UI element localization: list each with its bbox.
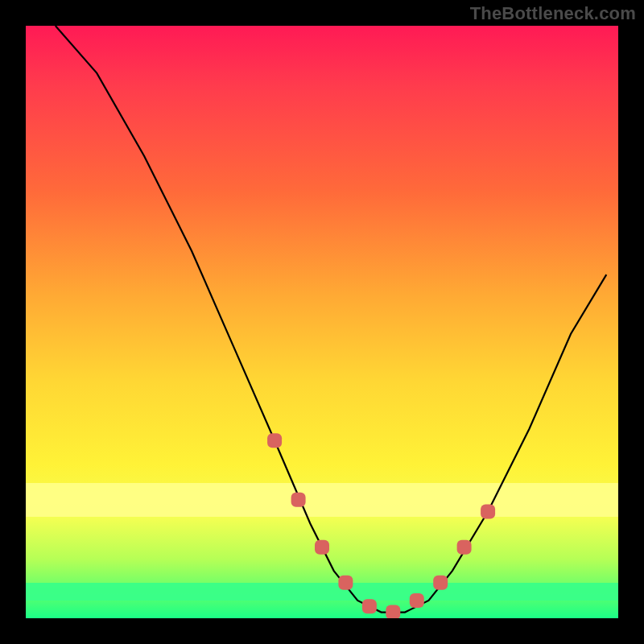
- chart-svg: [26, 26, 618, 618]
- marker-point: [315, 540, 329, 555]
- plot-area: [26, 26, 618, 618]
- marker-point: [457, 540, 472, 555]
- marker-point: [481, 505, 495, 519]
- marker-point: [267, 433, 282, 448]
- marker-point: [410, 593, 424, 608]
- marker-point: [291, 493, 306, 507]
- highlighted-markers: [267, 433, 495, 618]
- marker-point: [362, 599, 377, 613]
- bottleneck-curve: [56, 26, 607, 613]
- attribution-text: TheBottleneck.com: [470, 3, 636, 24]
- chart-frame: TheBottleneck.com: [0, 0, 644, 644]
- marker-point: [338, 576, 353, 590]
- marker-point: [433, 576, 448, 590]
- marker-point: [386, 605, 400, 618]
